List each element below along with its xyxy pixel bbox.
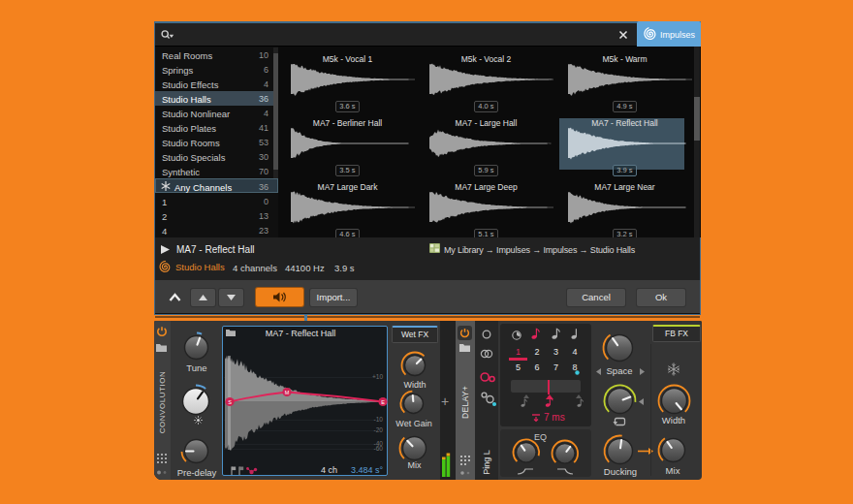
svg-text:E: E bbox=[381, 399, 385, 405]
svg-text:S: S bbox=[228, 399, 232, 405]
svg-text:M: M bbox=[285, 390, 290, 395]
